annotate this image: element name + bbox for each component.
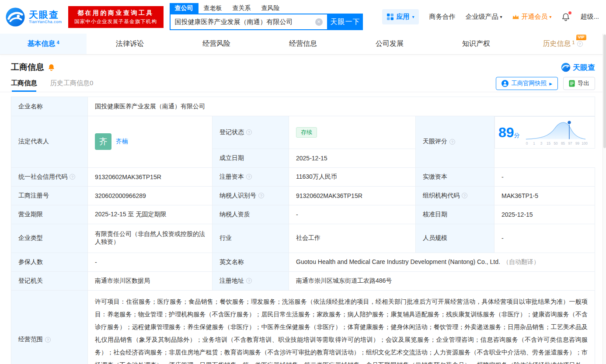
search-tab-boss[interactable]: 查老板 <box>199 3 227 14</box>
tianyancha-small-logo-icon <box>561 62 571 72</box>
english-name-text: Guotou Health and Medical Care Industry … <box>296 258 500 265</box>
apps-menu[interactable]: 应用 ▾ <box>382 9 419 24</box>
subtab-history-business-info[interactable]: 历史工商信息0 <box>50 75 93 92</box>
subtab-business-info[interactable]: 工商信息 <box>11 75 37 92</box>
score-unit: 分 <box>514 132 520 139</box>
enterprise-label: 企业级产品 <box>465 13 498 21</box>
field-label-score: 天眼评分? <box>416 116 495 168</box>
search-tabs: 查公司 查老板 查关系 查风险 <box>170 3 363 14</box>
tab-operation-info[interactable]: 经营信息 <box>260 34 346 54</box>
help-icon[interactable]: ? <box>258 193 264 198</box>
field-value-taxpayer-qualification: - <box>289 205 416 224</box>
search-tab-risk[interactable]: 查风险 <box>256 3 285 14</box>
svg-text:97: 97 <box>568 142 572 146</box>
official-snapshot-button[interactable]: 工商官网快照 ▸ <box>496 77 558 90</box>
export-label: 导出 <box>578 80 589 87</box>
search-input[interactable] <box>175 18 315 26</box>
svg-text:100: 100 <box>582 142 588 146</box>
legal-rep-link[interactable]: 齐楠 <box>116 138 128 146</box>
table-row: 工商注册号 320602000966289 纳税人识别号? 91320602MA… <box>11 186 595 205</box>
field-label-approval-date: 核准日期 <box>416 205 495 224</box>
monitor-bell-button[interactable] <box>48 63 55 71</box>
field-label-reg-number: 工商注册号 <box>11 186 88 205</box>
company-nav-tabs: 基本信息 4 法律诉讼 经营风险 经营信息 公司发展 知识产权 VIP 历史信息… <box>0 34 606 55</box>
brand-watermark: 天眼查 <box>561 62 595 73</box>
field-label-taxpayer-qualification: 纳税人资质 <box>212 205 289 224</box>
tab-operation-risk[interactable]: 经营风险 <box>173 34 260 54</box>
help-icon[interactable]: ? <box>462 193 467 198</box>
field-value-paid-capital: - <box>495 167 595 186</box>
field-label-address: 注册地址? <box>212 271 289 290</box>
tab-intellectual-property[interactable]: 知识产权 <box>433 34 519 54</box>
tab-operation-info-label: 经营信息 <box>289 39 317 49</box>
search-tab-company[interactable]: 查公司 <box>170 3 199 14</box>
crown-icon <box>512 14 519 20</box>
help-icon[interactable]: ? <box>45 337 51 343</box>
scrollbar[interactable] <box>603 34 606 364</box>
table-row: 企业名称 国投健康医养产业发展（南通）有限公司 <box>11 97 595 116</box>
field-label-staff-size: 人员规模 <box>416 224 495 253</box>
search-tab-relation[interactable]: 查关系 <box>227 3 256 14</box>
field-value-industry: 社会工作 <box>289 224 416 253</box>
field-value-address: 南通市崇川区城东街道工农路486号 <box>289 271 595 290</box>
field-label-business-term: 营业期限 <box>11 205 88 224</box>
official-snapshot-label: 工商官网快照 <box>511 80 547 87</box>
field-value-legal-rep: 齐 齐楠 <box>88 116 212 168</box>
search-button[interactable]: 天眼一下 <box>328 14 363 30</box>
section-title: 工商信息 <box>11 62 44 73</box>
clear-search-icon[interactable]: × <box>315 18 323 26</box>
nav-super-vip[interactable]: 超级... <box>580 13 599 21</box>
help-icon[interactable]: ? <box>246 174 252 180</box>
score-number: 89 <box>498 125 514 140</box>
field-value-insured-count: - <box>88 253 212 271</box>
promo-line-1: 都在用的商业查询工具 <box>73 9 159 17</box>
svg-text:1: 1 <box>533 142 535 146</box>
tab-company-development[interactable]: 公司发展 <box>346 34 433 54</box>
field-value-approval-date: 2025-12-15 <box>495 205 595 224</box>
section-header: 工商信息 天眼查 <box>0 55 606 75</box>
svg-text:50: 50 <box>554 142 558 146</box>
nav-business-cooperation[interactable]: 商务合作 <box>429 13 455 21</box>
help-icon[interactable]: ? <box>577 41 583 47</box>
field-value-business-scope: 许可项目：住宿服务；医疗服务；食品销售；餐饮服务；理发服务；洗浴服务（依法须经批… <box>88 290 595 364</box>
table-row: 参保人数 - 英文名称 Guotou Health and Medical Ca… <box>11 253 595 271</box>
promo-badge: 都在用的商业查询工具 国家中小企业发展子基金旗下机构 <box>68 6 164 28</box>
tab-legal-litigation[interactable]: 法律诉讼 <box>87 34 173 54</box>
tab-basic-info-label: 基本信息 <box>27 39 55 49</box>
field-value-org-code: MAK36TP1-5 <box>495 186 595 205</box>
field-label-company-name: 企业名称 <box>11 97 88 116</box>
vip-badge: VIP <box>576 35 586 40</box>
table-row: 法定代表人 齐 齐楠 登记状态? 存续 天眼评分? 89分 <box>11 116 595 149</box>
help-icon[interactable]: ? <box>246 278 252 284</box>
apps-label: 应用 <box>396 13 409 21</box>
status-badge: 存续 <box>296 127 317 138</box>
field-label-english-name: 英文名称 <box>212 253 289 271</box>
tab-basic-info[interactable]: 基本信息 4 <box>0 34 87 54</box>
alert-bell-icon <box>48 63 55 71</box>
field-value-registry: 南通市崇川区数据局 <box>88 271 212 290</box>
help-icon[interactable]: ? <box>246 129 252 135</box>
table-row: 经营范围? 许可项目：住宿服务；医疗服务；食品销售；餐饮服务；理发服务；洗浴服务… <box>11 290 595 364</box>
nav-open-membership[interactable]: 开通会员 ▾ <box>512 13 551 21</box>
grid-icon <box>387 14 394 20</box>
notifications-bell[interactable] <box>561 12 570 21</box>
legal-rep-avatar[interactable]: 齐 <box>95 133 111 150</box>
field-value-staff-size: - <box>495 224 595 253</box>
tianyancha-logo[interactable]: 天眼查 TianYanCha.com <box>5 7 62 27</box>
field-value-taxpayer-id: 91320602MAK36TP15R <box>289 186 416 205</box>
export-doc-icon <box>569 80 575 87</box>
tab-history-info[interactable]: VIP 历史信息 1 ? <box>519 34 606 54</box>
nav-enterprise-products[interactable]: 企业级产品 ▾ <box>465 13 502 21</box>
top-right-nav: 应用 ▾ 商务合作 企业级产品 ▾ 开通会员 ▾ 超级... <box>382 9 601 24</box>
svg-text:0: 0 <box>526 142 528 146</box>
help-icon[interactable]: ? <box>70 174 75 180</box>
search-input-wrap: × <box>170 14 328 30</box>
export-button[interactable]: 导出 <box>563 77 595 90</box>
scrollbar-thumb[interactable] <box>603 35 606 148</box>
field-label-company-type: 企业类型 <box>11 224 88 253</box>
field-label-reg-capital: 注册资本? <box>212 167 289 186</box>
field-label-paid-capital: 实缴资本 <box>416 167 495 186</box>
tab-history-info-count: 1 <box>572 39 575 45</box>
help-icon[interactable]: ? <box>449 139 455 145</box>
score-curve-chart: 0 1 3 15 50 85 97 99 100 <box>523 118 588 146</box>
